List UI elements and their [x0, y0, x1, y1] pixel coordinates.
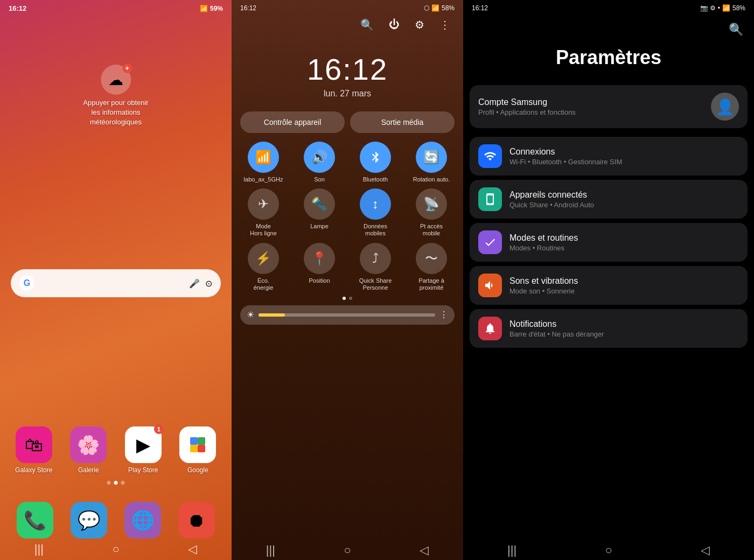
qs-tile-data[interactable]: ↕ Donnéesmobiles: [350, 188, 401, 237]
settings-item-sons[interactable]: Sons et vibrations Mode son • Sonnerie: [470, 266, 748, 305]
tab-device-control[interactable]: Contrôle appareil: [240, 111, 345, 133]
nav-recent[interactable]: |||: [34, 542, 44, 556]
qs-settings-icon[interactable]: ⚙: [415, 18, 424, 31]
settings-item-connexions[interactable]: Connexions Wi-Fi • Bluetooth • Gestionna…: [470, 137, 748, 176]
appareils-title: Appareils connectés: [509, 190, 739, 200]
nav-back[interactable]: ◁: [188, 542, 197, 556]
play-store-label: Play Store: [128, 466, 158, 474]
home-nav-bar: ||| ○ ◁: [0, 541, 232, 560]
voice-search-icon[interactable]: 🎤: [189, 278, 200, 289]
brightness-menu-icon[interactable]: ⋮: [439, 310, 448, 320]
quick-settings-panel: 16:12 ⬡ 📶 58% 🔍 ⏻ ⚙ ⋮ 16:12 lun. 27 mars…: [232, 0, 463, 560]
sound-tile-label: Son: [314, 176, 325, 183]
recorder-icon: ⏺: [178, 502, 215, 538]
nearby-share-tile-icon: 〜: [416, 243, 447, 274]
play-store-badge: 1: [154, 424, 164, 434]
qs-top-icons: 🔍 ⏻ ⚙ ⋮: [232, 14, 463, 36]
settings-time: 16:12: [472, 4, 488, 12]
modes-text: Modes et routines Modes • Routines: [509, 233, 739, 252]
location-tile-label: Position: [309, 277, 330, 284]
google-label: Google: [187, 466, 208, 474]
wifi-tile-label: labo_ax_5GHz: [244, 176, 283, 183]
qs-search-icon[interactable]: 🔍: [360, 18, 374, 31]
qs-nav-home[interactable]: ○: [344, 543, 351, 557]
settings-nav-home[interactable]: ○: [605, 543, 612, 557]
samsung-account-title: Compte Samsung: [478, 97, 576, 107]
rotation-tile-label: Rotation auto.: [413, 176, 450, 183]
settings-item-samsung-account[interactable]: Compte Samsung Profil • Applications et …: [470, 85, 748, 128]
qs-wifi-icon: 📶: [431, 4, 439, 12]
battery-saver-tile-label: Éco.énergie: [254, 277, 274, 291]
qs-menu-icon[interactable]: ⋮: [439, 18, 450, 31]
qs-nav-recent[interactable]: |||: [266, 543, 275, 557]
weather-plus-icon: +: [122, 64, 132, 73]
qs-tile-location[interactable]: 📍 Position: [294, 243, 345, 291]
qs-grid-row3: ⚡ Éco.énergie 📍 Position ⤴ Quick SharePe…: [232, 243, 463, 291]
qs-bluetooth-icon: ⬡: [424, 4, 429, 12]
qs-time: 16:12: [240, 4, 256, 12]
app-google[interactable]: Google: [175, 426, 221, 474]
qs-grid-row1: 📶 labo_ax_5GHz 🔊 Son Bluetooth 🔄 Rotatio…: [232, 142, 463, 183]
torch-tile-label: Lampe: [310, 223, 329, 230]
app-galerie[interactable]: 🌸 Galerie: [66, 426, 112, 474]
qs-tile-nearby-share[interactable]: 〜 Partage àproximité: [406, 243, 457, 291]
dock-screen-recorder[interactable]: ⏺: [172, 502, 221, 538]
qs-tile-rotation[interactable]: 🔄 Rotation auto.: [406, 142, 457, 183]
phone-icon: 📞: [17, 502, 53, 538]
appareils-icon: [478, 187, 502, 211]
dock-browser[interactable]: 🌐: [118, 502, 167, 538]
qs-power-icon[interactable]: ⏻: [389, 18, 400, 31]
dock-messages[interactable]: 💬: [65, 502, 113, 538]
nav-home[interactable]: ○: [112, 542, 119, 556]
qs-date: lun. 27 mars: [232, 89, 463, 99]
settings-item-notifications[interactable]: Notifications Barre d'état • Ne pas déra…: [470, 309, 748, 348]
appareils-text: Appareils connectés Quick Share • Androi…: [509, 190, 739, 209]
nearby-share-tile-label: Partage àproximité: [418, 277, 444, 291]
search-bar[interactable]: G 🎤 ⊙: [11, 269, 221, 297]
settings-item-appareils[interactable]: Appareils connectés Quick Share • Androi…: [470, 180, 748, 219]
qs-tile-wifi[interactable]: 📶 labo_ax_5GHz: [238, 142, 289, 183]
qs-grid-row2: ✈ ModeHors ligne 🔦 Lampe ↕ Donnéesmobile…: [232, 188, 463, 237]
qs-nav-back[interactable]: ◁: [420, 543, 429, 557]
app-play-store[interactable]: ▶ 1 Play Store: [120, 426, 166, 474]
samsung-account-subtitle: Profil • Applications et fonctions: [478, 108, 576, 116]
weather-widget[interactable]: ☁ + Appuyer pour obtenirles informations…: [83, 65, 148, 128]
settings-search-icon[interactable]: 🔍: [729, 23, 743, 37]
qs-tile-hotspot[interactable]: 📡 Pt accèsmobile: [406, 188, 457, 237]
qs-tile-battery-saver[interactable]: ⚡ Éco.énergie: [238, 243, 289, 291]
google-icon: [179, 426, 216, 463]
weather-icon: ☁ +: [101, 65, 131, 95]
qs-tile-torch[interactable]: 🔦 Lampe: [294, 188, 345, 237]
qs-tile-airplane[interactable]: ✈ ModeHors ligne: [238, 188, 289, 237]
qs-brightness-bar[interactable]: ☀ ⋮: [240, 305, 455, 325]
dock-phone[interactable]: 📞: [11, 502, 59, 538]
tab-media-output[interactable]: Sortie média: [350, 111, 455, 133]
settings-list: Compte Samsung Profil • Applications et …: [463, 85, 754, 348]
settings-nav-back[interactable]: ◁: [701, 543, 710, 557]
notifications-icon: [478, 317, 502, 340]
modes-icon: [478, 230, 502, 254]
qs-tile-quick-share[interactable]: ⤴ Quick SharePersonne: [350, 243, 401, 291]
app-galaxy-store[interactable]: 🛍 Galaxy Store: [11, 426, 57, 474]
qs-nav-bar: ||| ○ ◁: [232, 541, 463, 560]
settings-item-modes[interactable]: Modes et routines Modes • Routines: [470, 223, 748, 262]
airplane-tile-label: ModeHors ligne: [250, 223, 277, 237]
page-dots: [107, 481, 125, 485]
settings-status-bar: 16:12 📷 ⚙ • 📶 58%: [463, 0, 754, 14]
bottom-dock: 📞 💬 🌐 ⏺: [11, 502, 221, 538]
galerie-label: Galerie: [78, 466, 99, 474]
sons-icon: [478, 274, 502, 297]
qs-tile-bluetooth[interactable]: Bluetooth: [350, 142, 401, 183]
settings-nav-recent[interactable]: |||: [507, 543, 516, 557]
qs-tile-sound[interactable]: 🔊 Son: [294, 142, 345, 183]
samsung-account-avatar: 👤: [711, 93, 739, 121]
notifications-title: Notifications: [509, 319, 739, 329]
qs-dot-1: [343, 297, 346, 300]
home-status-bar: 16:12 📶 59%: [0, 0, 232, 15]
qs-status-bar: 16:12 ⬡ 📶 58%: [232, 0, 463, 14]
data-tile-label: Donnéesmobiles: [364, 223, 387, 237]
lens-search-icon[interactable]: ⊙: [205, 278, 212, 289]
google-logo: G: [19, 276, 34, 291]
sound-tile-icon: 🔊: [304, 142, 335, 173]
search-actions: 🎤 ⊙: [189, 278, 212, 289]
